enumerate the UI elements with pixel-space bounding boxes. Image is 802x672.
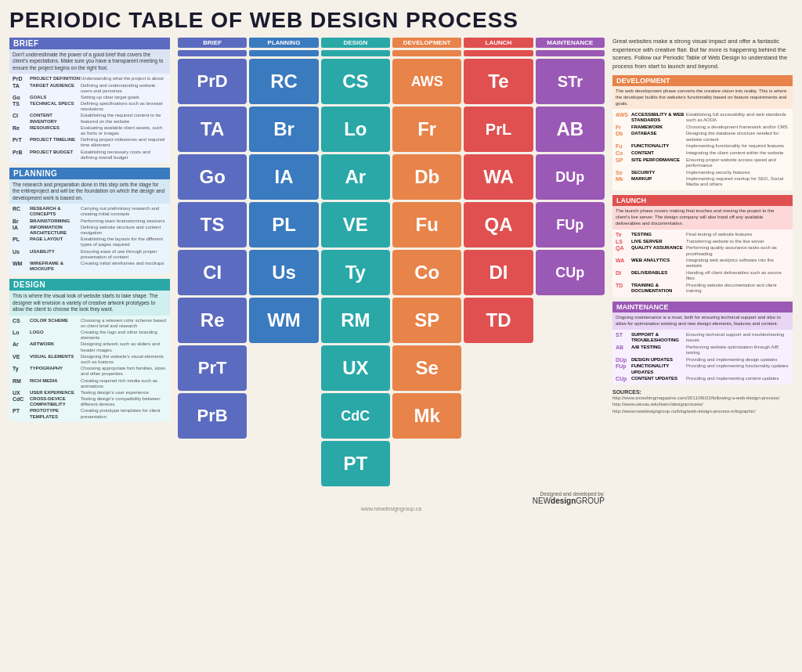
content-area: BRIEF Don't underestimate the power of a… <box>9 38 793 511</box>
pt-cell-rc: RC <box>249 59 318 104</box>
brief-desc: Don't underestimate the power of a good … <box>9 49 170 74</box>
header-launch: LAUNCH <box>464 38 533 48</box>
planning-desc: The research and preparation done in thi… <box>9 179 170 204</box>
maint-items: STSUPPORT & TROUBLESHOOTINGEnsuring tech… <box>612 330 793 385</box>
list-item: STSUPPORT & TROUBLESHOOTINGEnsuring tech… <box>616 332 789 343</box>
pt-cell-empty <box>178 441 247 486</box>
pt-cell-sp: SP <box>392 298 461 343</box>
pt-cell-empty <box>249 393 318 439</box>
pt-grid: PrD RC CS AWS Te STr TA Br Lo Fr PrL AB <box>178 59 605 486</box>
header-brief: BRIEF <box>178 38 247 48</box>
list-item: TyTYPOGRAPHYChoosing appropriate font fa… <box>13 366 167 377</box>
launch-desc: The launch phase covers making final tou… <box>612 206 793 229</box>
list-item: TATARGET AUDIENCEDefining and understand… <box>13 83 167 94</box>
list-item: RMRICH MEDIACreating required rich media… <box>13 378 167 389</box>
pt-cell-empty <box>464 345 533 391</box>
list-item: FUpFUNCTIONALITY UPDATESProviding and im… <box>616 363 789 374</box>
list-item: WMWIREFRAME & MOCKUPSCreating initial wi… <box>13 261 167 272</box>
pt-cell-wa: WA <box>464 154 533 200</box>
pt-cell-empty <box>392 441 461 486</box>
pt-cell-di: DI <box>464 250 533 295</box>
brief-items: PrDPROJECT DEFINITIONUnderstanding what … <box>9 74 170 163</box>
list-item: VEVISUAL ELEMENTSDesigning the website's… <box>13 354 167 365</box>
pt-cell-empty <box>464 441 533 486</box>
pt-row: PT <box>178 441 605 486</box>
list-item: DbDATABASEDesigning the database structu… <box>616 131 789 142</box>
list-item: TeTESTINGFinal testing of website featur… <box>616 232 789 237</box>
maint-title: MAINTENANCE <box>612 302 793 313</box>
pt-cell-prl: PrL <box>464 107 533 152</box>
pt-cell-empty <box>536 441 605 486</box>
pt-cell-ts: TS <box>178 202 247 247</box>
right-column: Great websites make a strong visual impa… <box>612 38 793 511</box>
pt-cell-empty <box>536 298 605 343</box>
list-item: PTPROTOTYPE TEMPLATESCreating prototype … <box>13 408 167 419</box>
pt-cell-ia: IA <box>249 154 318 200</box>
list-item: SPSITE PERFORMANCEEnsuring proper websit… <box>616 157 789 168</box>
list-item: BrBRAINSTORMINGPerforming team brainstor… <box>13 219 167 224</box>
list-item: ArARTWORKDesigning artwork such as slide… <box>13 341 167 352</box>
pt-row: Re WM RM SP TD <box>178 298 605 343</box>
pt-cell-co: Co <box>392 250 461 295</box>
sources-title: SOURCES: <box>612 389 793 395</box>
pt-row: TA Br Lo Fr PrL AB <box>178 107 605 152</box>
list-item: CdCCROSS-DEVICE COMPATIBILITYTesting des… <box>13 396 167 407</box>
pt-cell-fu: Fu <box>392 202 461 247</box>
pt-cell-aws: AWS <box>392 59 461 104</box>
header-maintenance: MAINTENANCE <box>536 38 605 48</box>
pt-cell-empty <box>249 345 318 391</box>
pt-cell-ty: Ty <box>321 250 390 295</box>
dev-desc: The web development phase converts the c… <box>612 86 793 109</box>
list-item: LoLOGOCreating the logo and other brandi… <box>13 330 167 341</box>
header-design: DESIGN <box>321 38 390 48</box>
list-item: RCRESEARCH & CONCEPTSCarrying out prelim… <box>13 206 167 217</box>
planning-section: PLANNING The research and preparation do… <box>9 168 170 274</box>
pt-cell-te: Te <box>464 59 533 104</box>
list-item: TDTRAINING & DOCUMENTATIONProviding webs… <box>616 283 789 294</box>
list-item: FuFUNCTIONALITYImplementing functionalit… <box>616 143 789 149</box>
launch-items: TeTESTINGFinal testing of website featur… <box>612 229 793 297</box>
list-item: MkMARKUPImplementing required markup for… <box>616 176 789 187</box>
sources-section: SOURCES: http://www.smashingmagazine.com… <box>612 389 793 414</box>
pt-cell-dup: DUp <box>536 154 605 200</box>
launch-title: LAUNCH <box>612 195 793 206</box>
pt-cell-empty <box>536 345 605 391</box>
header-development: DEVELOPMENT <box>392 38 461 48</box>
source-link: http://www.smashingmagazine.com/2011/06/… <box>612 395 793 414</box>
list-item: IAINFORMATION ARCHITECTUREDefining websi… <box>13 225 167 236</box>
pt-header-row: BRIEF PLANNING DESIGN DEVELOPMENT LAUNCH… <box>178 38 605 48</box>
pt-cell-ci: CI <box>178 250 247 295</box>
intro-text: Great websites make a strong visual impa… <box>612 38 793 70</box>
pt-cell-wm: WM <box>249 298 318 343</box>
pt-cell-cup: CUp <box>536 250 605 295</box>
header-planning: PLANNING <box>249 38 318 48</box>
pt-cell-prt: PrT <box>178 345 247 391</box>
pt-cell-ar: Ar <box>321 154 390 200</box>
list-item: DUpDESIGN UPDATESProviding and implement… <box>616 357 789 363</box>
maintenance-section: MAINTENANCE Ongoing maintenance is a mus… <box>612 302 793 385</box>
pt-cell-str: STr <box>536 59 605 104</box>
list-item: DIDELIVERABLESHanding off client deliver… <box>616 270 789 281</box>
list-item: PrBPROJECT BUDGETEstablishing necessary … <box>13 150 167 161</box>
list-item: AWSACCESSIBILITY & WEB STANDARDSEstablis… <box>616 112 789 123</box>
launch-section: LAUNCH The launch phase covers making fi… <box>612 195 793 297</box>
pt-cell-cs: CS <box>321 59 390 104</box>
website-url: www.newdesigngroup.ca <box>178 506 605 511</box>
list-item: CUpCONTENT UPDATESProviding and implemen… <box>616 376 789 381</box>
logo-area: Designed and developed by: NEWdesignGROU… <box>178 491 605 505</box>
dev-title: DEVELOPMENT <box>612 75 793 86</box>
development-section: DEVELOPMENT The web development phase co… <box>612 75 793 190</box>
progress-dev <box>392 50 461 56</box>
list-item: PrDPROJECT DEFINITIONUnderstanding what … <box>13 76 167 81</box>
list-item: PrTPROJECT TIMELINEDefining project mile… <box>13 137 167 148</box>
pt-cell-cdc: CdC <box>321 393 390 439</box>
pt-cell-re: Re <box>178 298 247 343</box>
list-item: GoGOALSSetting up clear target goals <box>13 95 167 100</box>
pt-row: PrB CdC Mk <box>178 393 605 439</box>
maint-desc: Ongoing maintenance is a must, both for … <box>612 313 793 330</box>
pt-cell-go: Go <box>178 154 247 200</box>
left-column: BRIEF Don't underestimate the power of a… <box>9 38 170 511</box>
progress-maint <box>536 50 605 56</box>
pt-cell-rm: RM <box>321 298 390 343</box>
pt-cell-pt: PT <box>321 441 390 486</box>
